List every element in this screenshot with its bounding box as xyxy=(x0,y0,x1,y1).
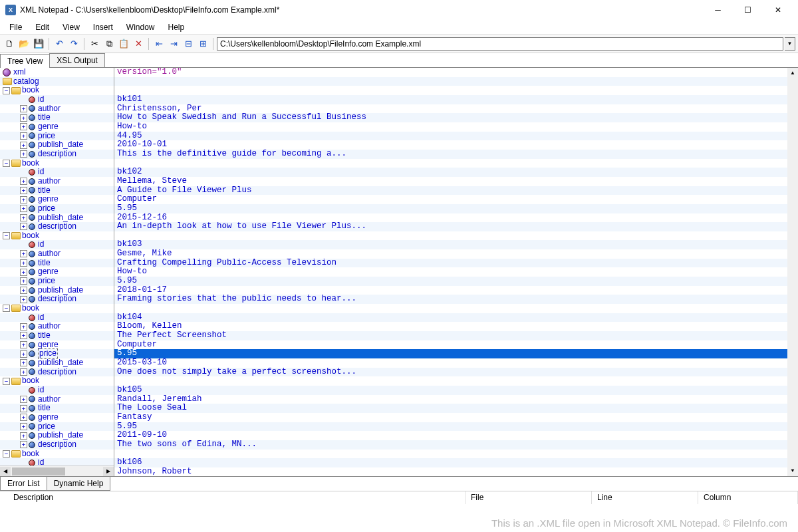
collapse-toggle[interactable]: − xyxy=(3,378,10,385)
collapse-toggle[interactable]: − xyxy=(3,305,10,312)
tree-node-book-0[interactable]: −book xyxy=(0,86,114,95)
value-id-5[interactable]: bk106 xyxy=(114,458,787,467)
value-author-5[interactable]: Johnson, Robert xyxy=(114,467,787,476)
tree-node-description-1[interactable]: +description xyxy=(0,222,114,231)
value-pane[interactable]: version="1.0"bk101Christensson, PerHow t… xyxy=(114,68,798,476)
value-genre-0[interactable]: How-to xyxy=(114,122,787,132)
tree-node-title-4[interactable]: +title xyxy=(0,404,114,413)
value-price-3[interactable]: 5.95 xyxy=(114,349,787,358)
value-description-2[interactable]: Framing stories that the public needs to… xyxy=(114,295,787,304)
scroll-down-icon[interactable]: ▼ xyxy=(787,466,798,476)
tree-node-price-2[interactable]: +price xyxy=(0,277,114,286)
value-id-2[interactable]: bk103 xyxy=(114,240,787,249)
minimize-button[interactable]: ─ xyxy=(703,0,733,20)
tree-node-title-2[interactable]: +title xyxy=(0,259,114,268)
collapse-toggle[interactable]: − xyxy=(3,232,10,239)
tree-node-book-2[interactable]: −book xyxy=(0,231,114,241)
value-genre-1[interactable]: Computer xyxy=(114,195,787,204)
address-input[interactable] xyxy=(220,39,780,49)
address-bar[interactable] xyxy=(217,37,783,51)
tab-error-list[interactable]: Error List xyxy=(0,477,47,491)
copy-icon[interactable]: ⧉ xyxy=(102,37,116,51)
expand-toggle[interactable]: + xyxy=(20,423,27,430)
tree-node-publish_date-2[interactable]: +publish_date xyxy=(0,286,114,295)
value-description-0[interactable]: This is the definitive guide for becomin… xyxy=(114,150,787,159)
collapse-toggle[interactable]: − xyxy=(3,87,10,94)
expand-toggle[interactable]: + xyxy=(20,323,27,331)
value-id-4[interactable]: bk105 xyxy=(114,386,787,395)
expand-toggle[interactable]: + xyxy=(20,432,27,440)
expand-toggle[interactable]: + xyxy=(20,250,27,257)
value-author-2[interactable]: Gesme, Mike xyxy=(114,249,787,259)
maximize-button[interactable]: ☐ xyxy=(733,0,763,20)
tree-node-description-4[interactable]: +description xyxy=(0,440,114,450)
expand-toggle[interactable]: + xyxy=(20,223,27,230)
save-file-icon[interactable]: 💾 xyxy=(32,37,45,51)
expand-toggle[interactable]: + xyxy=(20,214,27,221)
tree-node-catalog[interactable]: catalog xyxy=(0,77,114,86)
value-author-4[interactable]: Randall, Jeremiah xyxy=(114,395,787,404)
value-v-scrollbar[interactable]: ▲ ▼ xyxy=(787,68,798,476)
value-xml-version[interactable]: version="1.0" xyxy=(114,68,787,77)
tree-node-book-5[interactable]: −book xyxy=(0,450,114,459)
tree-node-publish_date-1[interactable]: +publish_date xyxy=(0,213,114,223)
value-id-1[interactable]: bk102 xyxy=(114,168,787,177)
value-empty[interactable] xyxy=(114,231,787,241)
value-author-3[interactable]: Bloom, Kellen xyxy=(114,322,787,331)
expand-toggle[interactable]: + xyxy=(20,114,27,122)
expand-toggle[interactable]: + xyxy=(20,196,27,203)
close-button[interactable]: ✕ xyxy=(763,0,793,20)
tree-node-price-1[interactable]: +price xyxy=(0,204,114,213)
collapse-icon[interactable]: ⊟ xyxy=(182,37,195,51)
paste-icon[interactable]: 📋 xyxy=(117,37,130,51)
tree-node-id-2[interactable]: id xyxy=(0,240,114,249)
tab-tree-view[interactable]: Tree View xyxy=(0,54,50,68)
tree-h-scrollbar[interactable]: ◀ ▶ xyxy=(0,466,114,476)
expand-toggle[interactable]: + xyxy=(20,178,27,185)
address-dropdown-icon[interactable]: ▼ xyxy=(785,37,795,51)
new-file-icon[interactable]: 🗋 xyxy=(3,37,16,51)
tree-pane[interactable]: xmlcatalog−bookid+author+title+genre+pri… xyxy=(0,68,114,476)
tree-node-id-4[interactable]: id xyxy=(0,386,114,395)
tree-node-description-3[interactable]: +description xyxy=(0,368,114,377)
menu-help[interactable]: Help xyxy=(162,21,192,33)
menu-file[interactable]: File xyxy=(3,21,29,33)
value-price-4[interactable]: 5.95 xyxy=(114,422,787,432)
expand-icon[interactable]: ⊞ xyxy=(196,37,209,51)
value-title-2[interactable]: Crafting Compelling Public-Access Televi… xyxy=(114,259,787,268)
value-publish_date-1[interactable]: 2015-12-16 xyxy=(114,213,787,223)
expand-toggle[interactable]: + xyxy=(20,187,27,194)
value-empty[interactable] xyxy=(114,376,787,386)
tree-node-description-0[interactable]: +description xyxy=(0,150,114,159)
expand-toggle[interactable]: + xyxy=(20,132,27,140)
indent-right-icon[interactable]: ⇥ xyxy=(167,37,180,51)
tab-xsl-output[interactable]: XSL Output xyxy=(49,53,105,67)
expand-toggle[interactable]: + xyxy=(20,368,27,376)
expand-toggle[interactable]: + xyxy=(20,441,27,448)
value-empty[interactable] xyxy=(114,159,787,168)
expand-toggle[interactable]: + xyxy=(20,414,27,421)
tree-node-author-3[interactable]: +author xyxy=(0,322,114,331)
delete-icon[interactable]: ✕ xyxy=(132,37,145,51)
undo-icon[interactable]: ↶ xyxy=(53,37,66,51)
scroll-up-icon[interactable]: ▲ xyxy=(787,68,798,78)
value-publish_date-2[interactable]: 2018-01-17 xyxy=(114,286,787,295)
value-title-4[interactable]: The Loose Seal xyxy=(114,404,787,413)
value-genre-4[interactable]: Fantasy xyxy=(114,413,787,422)
expand-toggle[interactable]: + xyxy=(20,205,27,212)
collapse-toggle[interactable]: − xyxy=(3,160,10,167)
value-title-0[interactable]: How to Speak Swedish and Run a Successfu… xyxy=(114,113,787,122)
value-author-0[interactable]: Christensson, Per xyxy=(114,104,787,114)
tree-node-title-0[interactable]: +title xyxy=(0,113,114,122)
value-description-3[interactable]: One does not simply take a perfect scree… xyxy=(114,368,787,377)
menu-window[interactable]: Window xyxy=(120,21,162,33)
tab-dynamic-help[interactable]: Dynamic Help xyxy=(47,477,111,491)
tree-node-price-4[interactable]: +price xyxy=(0,422,114,432)
expand-toggle[interactable]: + xyxy=(20,332,27,339)
tree-node-genre-3[interactable]: +genre xyxy=(0,340,114,350)
value-empty[interactable] xyxy=(114,86,787,95)
value-title-3[interactable]: The Perfect Screenshot xyxy=(114,331,787,340)
col-line[interactable]: Line xyxy=(592,491,698,504)
tree-node-description-2[interactable]: +description xyxy=(0,295,114,304)
value-price-2[interactable]: 5.95 xyxy=(114,277,787,286)
